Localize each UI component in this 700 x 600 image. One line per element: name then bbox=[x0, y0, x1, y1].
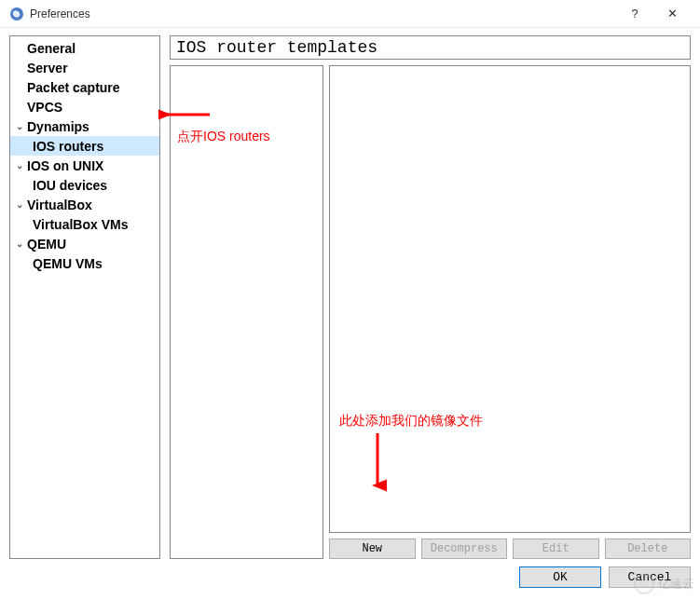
details-wrap: New Decompress Edit Delete bbox=[329, 65, 691, 559]
template-details-panel bbox=[329, 65, 691, 533]
dialog-footer: OK Cancel bbox=[0, 559, 700, 595]
close-button[interactable]: ✕ bbox=[653, 0, 691, 28]
action-row: New Decompress Edit Delete bbox=[329, 539, 691, 559]
sidebar-item-label: Packet capture bbox=[27, 80, 120, 95]
sidebar-group-ios-on-unix[interactable]: ⌄IOS on UNIX bbox=[10, 156, 159, 175]
sidebar-item-label: QEMU VMs bbox=[33, 256, 103, 271]
sidebar-item-label: Dynamips bbox=[27, 119, 89, 134]
chevron-down-icon: ⌄ bbox=[16, 160, 27, 170]
titlebar: Preferences ? ✕ bbox=[0, 0, 700, 28]
window-title: Preferences bbox=[30, 7, 90, 20]
sidebar-item-label: General bbox=[27, 41, 75, 56]
ok-button[interactable]: OK bbox=[519, 566, 601, 588]
sidebar-item-label: VirtualBox VMs bbox=[33, 217, 128, 232]
panels: New Decompress Edit Delete bbox=[170, 65, 691, 559]
chevron-down-icon: ⌄ bbox=[16, 121, 27, 131]
delete-button[interactable]: Delete bbox=[605, 539, 692, 559]
sidebar-item-virtualbox-vms[interactable]: VirtualBox VMs bbox=[10, 214, 159, 234]
watermark-text: 亿速云 bbox=[658, 576, 694, 593]
sidebar-group-virtualbox[interactable]: ⌄VirtualBox bbox=[10, 195, 159, 214]
sidebar-item-qemu-vms[interactable]: QEMU VMs bbox=[10, 253, 159, 273]
sidebar-item-iou-devices[interactable]: IOU devices bbox=[10, 175, 159, 195]
sidebar-item-general[interactable]: General bbox=[10, 38, 159, 58]
page-title: IOS router templates bbox=[170, 35, 691, 60]
sidebar-item-label: VirtualBox bbox=[27, 198, 92, 212]
sidebar-item-server[interactable]: Server bbox=[10, 58, 159, 77]
sidebar-item-label: IOU devices bbox=[33, 178, 107, 193]
sidebar-item-label: QEMU bbox=[27, 237, 66, 252]
sidebar-item-label: VPCS bbox=[27, 100, 62, 115]
sidebar-item-packet-capture[interactable]: Packet capture bbox=[10, 77, 159, 97]
sidebar-group-dynamips[interactable]: ⌄Dynamips bbox=[10, 116, 159, 136]
app-icon bbox=[9, 7, 24, 21]
sidebar-item-label: Server bbox=[27, 61, 68, 75]
watermark-icon: 亿 bbox=[634, 574, 654, 594]
decompress-button[interactable]: Decompress bbox=[421, 539, 508, 559]
new-button[interactable]: New bbox=[329, 539, 416, 559]
sidebar-group-qemu[interactable]: ⌄QEMU bbox=[10, 234, 159, 253]
preferences-sidebar: General Server Packet capture VPCS ⌄Dyna… bbox=[9, 35, 160, 559]
sidebar-item-ios-routers[interactable]: IOS routers bbox=[10, 136, 159, 156]
edit-button[interactable]: Edit bbox=[513, 539, 599, 559]
sidebar-item-label: IOS routers bbox=[33, 139, 103, 154]
preferences-tree: General Server Packet capture VPCS ⌄Dyna… bbox=[10, 36, 159, 275]
templates-list-panel[interactable] bbox=[170, 65, 323, 559]
sidebar-item-label: IOS on UNIX bbox=[27, 158, 103, 173]
chevron-down-icon: ⌄ bbox=[16, 239, 27, 249]
sidebar-item-vpcs[interactable]: VPCS bbox=[10, 97, 159, 116]
watermark: 亿 亿速云 bbox=[634, 574, 694, 594]
chevron-down-icon: ⌄ bbox=[16, 199, 27, 210]
main-panel: IOS router templates New Decompress Edit… bbox=[170, 35, 691, 559]
help-button[interactable]: ? bbox=[616, 0, 653, 28]
content-area: General Server Packet capture VPCS ⌄Dyna… bbox=[0, 28, 700, 559]
